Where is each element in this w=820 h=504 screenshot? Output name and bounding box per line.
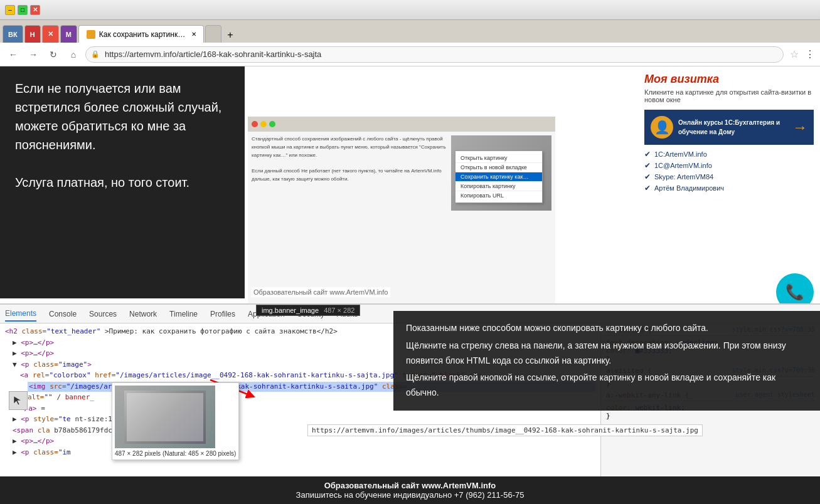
screenshot-max-dot	[269, 121, 275, 127]
title-bar-buttons: – □ ✕	[5, 5, 40, 15]
tab-m[interactable]: М	[60, 25, 77, 43]
check-item-3: ✔ Skype: ArtemVM84	[644, 172, 814, 181]
img-preview-inner	[124, 391, 206, 444]
devtools-tab-timeline[interactable]: Timeline	[169, 307, 198, 321]
menu-item-1: Открыть картинку	[455, 154, 542, 163]
close-button[interactable]: ✕	[30, 5, 40, 15]
my-card-title: Моя визитка	[644, 73, 814, 86]
new-tab-button[interactable]: +	[223, 28, 238, 43]
left-panel-text1: Если не получается или вам встретился бо…	[15, 79, 230, 154]
center-image-area: Стандартный способ сохранения изображени…	[248, 117, 555, 305]
minimize-button[interactable]: –	[5, 5, 15, 15]
screenshot-content: Стандартный способ сохранения изображени…	[248, 132, 555, 305]
check-item-1: ✔ 1С:ArtemVM.info	[644, 150, 814, 159]
menu-item-2: Открыть в новой вкладке	[455, 163, 542, 172]
menu-icon[interactable]: ⋮	[805, 48, 815, 60]
title-bar: – □ ✕	[0, 0, 820, 20]
code-line-9: ▶ <p style="te nt-size:12px; color:#6666…	[5, 414, 595, 425]
card-ad-text: Онлайн курсы 1С:Бухгалтерия и обучение н…	[678, 118, 787, 137]
page-footer-note: Образовательный сайт www.ArtemVM.info	[251, 287, 390, 297]
menu-item-copy: Копировать картинку	[455, 182, 542, 191]
img-preview-caption: 487 × 282 pixels (Natural: 485 × 280 pix…	[115, 450, 236, 457]
tab-active[interactable]: Как сохранить картинк… ✕	[78, 25, 204, 43]
address-text: https://artemvm.info/article/168-kak-soh…	[105, 50, 321, 59]
info-line-1: Показанным ниже способом можно скопирова…	[406, 321, 807, 336]
left-dark-panel: Если не получается или вам встретился бо…	[0, 66, 245, 298]
checkmark-icon-4: ✔	[644, 184, 651, 192]
screenshot-close-dot	[252, 121, 258, 127]
card-ad-box[interactable]: 👤 Онлайн курсы 1С:Бухгалтерия и обучение…	[644, 110, 814, 145]
tab-close-button[interactable]: ✕	[191, 30, 196, 39]
info-line-3: Щёлкните правой кнопкой на ссылке, откро…	[406, 370, 807, 401]
right-sidebar: Моя визитка Кликните на картинке для отк…	[638, 66, 820, 317]
screenshot-context-menu: Открыть картинку Открыть в новой вкладке…	[455, 150, 543, 203]
screenshot-min-dot	[260, 121, 267, 127]
img-preview-thumbnail	[115, 386, 215, 448]
page-inner: Если не получается или вам встретился бо…	[0, 66, 820, 504]
check-item-4: ✔ Артём Владимирович	[644, 184, 814, 192]
checkmark-icon-3: ✔	[644, 172, 651, 181]
browser-window: – □ ✕ ВК Н ✕ М Как сохранить картинк… ✕ …	[0, 0, 820, 504]
maximize-button[interactable]: □	[18, 5, 28, 15]
card-ad-icon: 👤	[651, 116, 673, 139]
code-line-11: ▶ <p>…</p>	[5, 436, 595, 447]
menu-item-save: Сохранить картинку как…	[455, 172, 542, 182]
my-card-subtitle: Кликните на картинке для открытия сайта-…	[644, 88, 814, 103]
img-element-tooltip: img.banner_image 487 × 282	[256, 305, 360, 316]
tab-x[interactable]: ✕	[42, 25, 59, 43]
css-closing-3: }	[606, 412, 815, 420]
devtools-tab-elements[interactable]: Elements	[5, 307, 36, 322]
devtools-tab-console[interactable]: Console	[49, 307, 77, 321]
tab-favicon	[87, 30, 95, 39]
devtools-cursor-icon[interactable]	[9, 391, 28, 410]
status-line-2: Запишитесь на обучение индивидуально +7 …	[296, 490, 524, 500]
devtools-tab-profiles[interactable]: Profiles	[210, 307, 235, 321]
check-text-1: 1С:ArtemVM.info	[654, 150, 707, 158]
check-text-2: 1С@ArtemVM.info	[654, 162, 712, 169]
img-tooltip-name: img.banner_image	[262, 307, 319, 314]
tab-label: Как сохранить картинк…	[99, 30, 185, 39]
tab-vk[interactable]: ВК	[3, 25, 23, 43]
cursor-svg	[13, 395, 24, 406]
footer-note-text: Образовательный сайт www.ArtemVM.info	[253, 288, 388, 296]
lock-icon: 🔒	[91, 50, 100, 58]
bookmark-star-icon[interactable]: ☆	[790, 48, 799, 60]
check-item-2: ✔ 1С@ArtemVM.info	[644, 161, 814, 170]
page-content: Если не получается или вам встретился бо…	[0, 66, 820, 504]
center-screenshot: Стандартный способ сохранения изображени…	[248, 117, 555, 305]
checkmark-icon-2: ✔	[644, 161, 651, 170]
reload-button[interactable]: ↻	[45, 46, 61, 63]
menu-item-url: Копировать URL	[455, 191, 542, 200]
tab-n[interactable]: Н	[24, 25, 41, 43]
nav-bar: ← → ↻ ⌂ 🔒 https://artemvm.info/article/1…	[0, 43, 820, 66]
svg-marker-2	[14, 396, 21, 405]
address-bar[interactable]: 🔒 https://artemvm.info/article/168-kak-s…	[85, 46, 784, 63]
img-preview-popup: 487 × 282 pixels (Natural: 485 × 280 pix…	[112, 382, 239, 460]
devtools-tab-sources[interactable]: Sources	[89, 307, 117, 321]
tab-other[interactable]	[205, 25, 221, 43]
tabs-bar: ВК Н ✕ М Как сохранить картинк… ✕ +	[0, 20, 820, 43]
back-button[interactable]: ←	[5, 46, 21, 63]
status-bar: Образовательный сайт www.ArtemVM.info За…	[0, 476, 820, 504]
img-tooltip-size: 487 × 282	[324, 307, 354, 314]
checkmark-icon-1: ✔	[644, 150, 651, 159]
card-checkmarks: ✔ 1С:ArtemVM.info ✔ 1С@ArtemVM.info ✔ Sk…	[644, 150, 814, 192]
devtools-tab-network[interactable]: Network	[129, 307, 157, 321]
info-overlay: Показанным ниже способом можно скопирова…	[393, 311, 820, 411]
url-tooltip: https://artemvm.info/images/articles/thu…	[307, 424, 703, 436]
card-ad-arrow: →	[792, 118, 807, 136]
code-line-12: ▶ <p class="im	[5, 448, 595, 458]
check-text-3: Skype: ArtemVM84	[654, 173, 713, 181]
check-text-4: Артём Владимирович	[654, 184, 724, 192]
forward-button[interactable]: →	[25, 46, 41, 63]
home-button[interactable]: ⌂	[65, 46, 82, 63]
left-panel-text2: Услуга платная, но того стоит.	[15, 173, 230, 192]
status-line-1: Образовательный сайт www.ArtemVM.info	[324, 481, 496, 490]
info-line-2: Щёлкните на стрелку слева на панели, а з…	[406, 339, 807, 369]
screenshot-browser-top	[248, 117, 555, 132]
